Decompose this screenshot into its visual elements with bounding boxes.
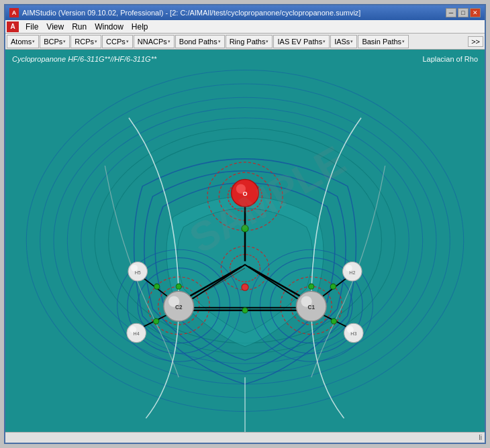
svg-point-42 bbox=[176, 284, 181, 289]
svg-point-38 bbox=[242, 284, 248, 290]
atoms-button[interactable]: Atoms ▾ bbox=[7, 35, 39, 48]
nnacps-button[interactable]: NNACPs ▾ bbox=[134, 35, 175, 48]
menu-run[interactable]: Run bbox=[68, 21, 91, 32]
menu-app-icon: A bbox=[7, 21, 19, 32]
svg-point-60 bbox=[154, 284, 160, 289]
svg-point-61 bbox=[154, 319, 159, 324]
ccps-button[interactable]: CCPs ▾ bbox=[102, 35, 133, 48]
svg-point-46 bbox=[309, 284, 314, 289]
ias-ev-paths-dropdown-arrow: ▾ bbox=[323, 39, 326, 44]
canvas-area[interactable]: Cyclopropanone HF/6-311G**//HF/6-311G** … bbox=[5, 50, 485, 432]
svg-text:H2: H2 bbox=[349, 270, 355, 276]
svg-text:H3: H3 bbox=[350, 331, 356, 337]
menu-help[interactable]: Help bbox=[128, 21, 152, 32]
basin-paths-dropdown-arrow: ▾ bbox=[402, 39, 405, 44]
bond-paths-dropdown-arrow: ▾ bbox=[218, 39, 221, 44]
more-button[interactable]: >> bbox=[468, 36, 483, 47]
menu-file[interactable]: File bbox=[21, 21, 42, 32]
svg-text:C1: C1 bbox=[308, 304, 315, 311]
svg-text:C2: C2 bbox=[175, 304, 183, 311]
main-window: A AIMStudio (Version 09.10.02, Professio… bbox=[4, 4, 486, 444]
title-bar-left: A AIMStudio (Version 09.10.02, Professio… bbox=[9, 8, 360, 17]
menu-window[interactable]: Window bbox=[91, 21, 128, 32]
toolbar: Atoms ▾ BCPs ▾ RCPs ▾ CCPs ▾ NNACPs ▾ Bo… bbox=[5, 34, 485, 50]
svg-point-63 bbox=[331, 319, 336, 324]
bcps-dropdown-arrow: ▾ bbox=[63, 39, 66, 44]
ccps-dropdown-arrow: ▾ bbox=[126, 39, 129, 44]
canvas-label-right: Laplacian of Rho bbox=[422, 55, 478, 63]
svg-text:H4: H4 bbox=[134, 331, 140, 337]
title-bar: A AIMStudio (Version 09.10.02, Professio… bbox=[5, 5, 485, 20]
ias-ev-paths-button[interactable]: IAS EV Paths ▾ bbox=[273, 35, 330, 48]
iass-dropdown-arrow: ▾ bbox=[350, 39, 353, 44]
ring-paths-dropdown-arrow: ▾ bbox=[266, 39, 268, 44]
svg-text:H5: H5 bbox=[135, 270, 141, 276]
svg-point-47 bbox=[242, 308, 248, 313]
menu-bar: A File View Run Window Help bbox=[5, 20, 485, 34]
nnacps-dropdown-arrow: ▾ bbox=[168, 39, 170, 44]
bond-paths-button[interactable]: Bond Paths ▾ bbox=[175, 35, 225, 48]
window-title: AIMStudio (Version 09.10.02, Professiona… bbox=[22, 9, 360, 17]
basin-paths-button[interactable]: Basin Paths ▾ bbox=[358, 35, 409, 48]
ring-paths-button[interactable]: Ring Paths ▾ bbox=[226, 35, 273, 48]
bcps-button[interactable]: BCPs ▾ bbox=[40, 35, 70, 48]
app-icon: A bbox=[9, 8, 19, 17]
status-text: li bbox=[479, 434, 482, 441]
visualization-svg: O C2 C1 H5 H4 bbox=[5, 50, 485, 432]
close-button[interactable]: ✕ bbox=[470, 8, 481, 17]
rcps-dropdown-arrow: ▾ bbox=[95, 39, 97, 44]
rcps-button[interactable]: RCPs ▾ bbox=[70, 35, 101, 48]
menu-view[interactable]: View bbox=[42, 21, 68, 32]
title-controls: ─ □ ✕ bbox=[446, 8, 481, 17]
svg-point-62 bbox=[330, 284, 336, 289]
status-bar: li bbox=[5, 432, 485, 443]
minimize-button[interactable]: ─ bbox=[446, 8, 456, 17]
canvas-label-left: Cyclopropanone HF/6-311G**//HF/6-311G** bbox=[12, 55, 156, 63]
iass-button[interactable]: IASs ▾ bbox=[330, 35, 357, 48]
atoms-dropdown-arrow: ▾ bbox=[32, 39, 35, 44]
restore-button[interactable]: □ bbox=[458, 8, 469, 17]
